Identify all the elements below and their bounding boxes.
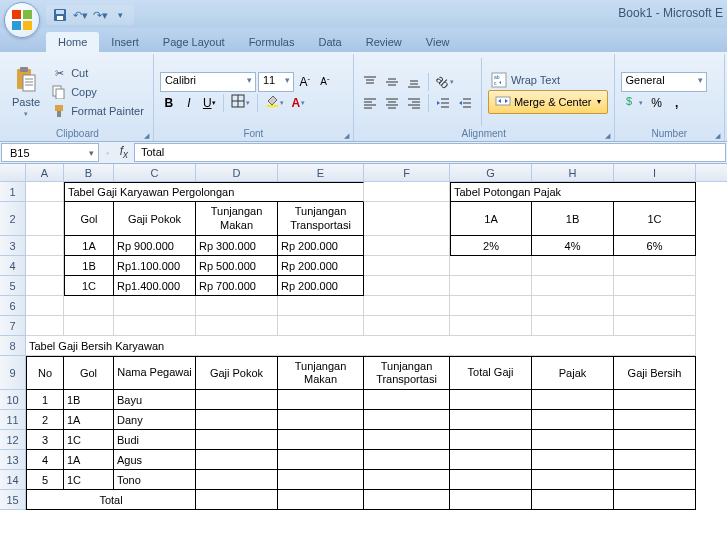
column-header[interactable]: A [26, 164, 64, 181]
cell[interactable] [450, 490, 532, 510]
cell[interactable] [196, 450, 278, 470]
cell[interactable]: Bayu [114, 390, 196, 410]
cell[interactable]: Tabel Gaji Bersih Karyawan [26, 336, 696, 356]
orientation-button[interactable]: ab [433, 72, 457, 92]
align-center-button[interactable] [382, 93, 402, 113]
cell[interactable]: Tunjangan Makan [196, 202, 278, 236]
cell[interactable] [196, 390, 278, 410]
tab-insert[interactable]: Insert [99, 32, 151, 52]
cell[interactable] [450, 256, 532, 276]
cell[interactable] [532, 490, 614, 510]
row-header[interactable]: 1 [0, 182, 26, 202]
align-right-button[interactable] [404, 93, 424, 113]
cell[interactable] [278, 430, 364, 450]
row-header[interactable]: 9 [0, 356, 26, 390]
cell[interactable] [450, 450, 532, 470]
cell[interactable]: 4% [532, 236, 614, 256]
cell[interactable] [364, 276, 450, 296]
cell[interactable] [450, 276, 532, 296]
cell[interactable] [64, 296, 114, 316]
fill-color-button[interactable] [262, 93, 287, 113]
cell[interactable] [532, 256, 614, 276]
cell[interactable] [278, 296, 364, 316]
cell[interactable]: 1A [64, 450, 114, 470]
align-left-button[interactable] [360, 93, 380, 113]
paste-button[interactable]: Paste ▾ [8, 56, 44, 128]
cell[interactable]: 1 [26, 390, 64, 410]
cell[interactable] [614, 470, 696, 490]
cell[interactable]: Gol [64, 356, 114, 390]
row-header[interactable]: 8 [0, 336, 26, 356]
cell[interactable]: 1C [64, 470, 114, 490]
tab-home[interactable]: Home [46, 32, 99, 52]
cell[interactable] [532, 470, 614, 490]
cell[interactable] [450, 296, 532, 316]
shrink-font-button[interactable]: Aˇ [316, 72, 334, 92]
cell[interactable] [614, 450, 696, 470]
comma-button[interactable]: , [668, 93, 686, 113]
cell[interactable] [532, 276, 614, 296]
cell[interactable]: 1C [64, 276, 114, 296]
cell[interactable] [278, 390, 364, 410]
cell[interactable] [532, 296, 614, 316]
cell[interactable] [614, 490, 696, 510]
cell[interactable]: No [26, 356, 64, 390]
cell[interactable]: Rp 200.000 [278, 256, 364, 276]
row-header[interactable]: 5 [0, 276, 26, 296]
cell[interactable]: Dany [114, 410, 196, 430]
cell[interactable]: Total [26, 490, 196, 510]
cell[interactable] [114, 316, 196, 336]
cell[interactable]: Rp 500.000 [196, 256, 278, 276]
cell[interactable] [364, 202, 450, 236]
cell[interactable] [450, 470, 532, 490]
cell[interactable]: Tunjangan Transportasi [278, 202, 364, 236]
cell[interactable]: 4 [26, 450, 64, 470]
cell[interactable]: Tunjangan Transportasi [364, 356, 450, 390]
column-header[interactable]: I [614, 164, 696, 181]
cell[interactable]: Rp 200.000 [278, 276, 364, 296]
cell[interactable]: 1A [450, 202, 532, 236]
merge-center-button[interactable]: Merge & Center▾ [488, 90, 608, 114]
cell[interactable] [26, 256, 64, 276]
cell[interactable] [196, 430, 278, 450]
cell[interactable] [114, 296, 196, 316]
save-icon[interactable] [52, 7, 68, 23]
formula-input[interactable]: Total [134, 143, 726, 162]
font-name-select[interactable]: Calibri [160, 72, 256, 92]
row-header[interactable]: 12 [0, 430, 26, 450]
cell[interactable] [364, 490, 450, 510]
cell[interactable]: 1B [532, 202, 614, 236]
cut-button[interactable]: ✂Cut [48, 64, 147, 82]
cell[interactable]: Gol [64, 202, 114, 236]
cell[interactable]: Tabel Gaji Karyawan Pergolongan [64, 182, 364, 202]
cell[interactable]: 2% [450, 236, 532, 256]
format-painter-button[interactable]: Format Painter [48, 102, 147, 120]
cell[interactable] [364, 430, 450, 450]
cell[interactable] [364, 256, 450, 276]
cell[interactable]: Pajak [532, 356, 614, 390]
cell[interactable]: Tabel Potongan Pajak [450, 182, 696, 202]
cell[interactable] [614, 296, 696, 316]
row-header[interactable]: 15 [0, 490, 26, 510]
fx-icon[interactable]: fx [120, 144, 128, 160]
cell[interactable]: 5 [26, 470, 64, 490]
row-header[interactable]: 3 [0, 236, 26, 256]
cell[interactable]: Gaji Bersih [614, 356, 696, 390]
cell[interactable] [278, 316, 364, 336]
cell[interactable]: Gaji Pokok [114, 202, 196, 236]
accounting-format-button[interactable]: $ [621, 93, 646, 113]
italic-button[interactable]: I [180, 93, 198, 113]
cell[interactable] [364, 236, 450, 256]
row-header[interactable]: 6 [0, 296, 26, 316]
cell[interactable] [614, 390, 696, 410]
cell[interactable] [614, 430, 696, 450]
cell[interactable] [364, 316, 450, 336]
tab-review[interactable]: Review [354, 32, 414, 52]
column-header[interactable]: D [196, 164, 278, 181]
cell[interactable]: Tunjangan Makan [278, 356, 364, 390]
cell[interactable] [532, 316, 614, 336]
cell[interactable]: Total Gaji [450, 356, 532, 390]
tab-view[interactable]: View [414, 32, 462, 52]
cell[interactable] [196, 470, 278, 490]
cell[interactable]: 6% [614, 236, 696, 256]
